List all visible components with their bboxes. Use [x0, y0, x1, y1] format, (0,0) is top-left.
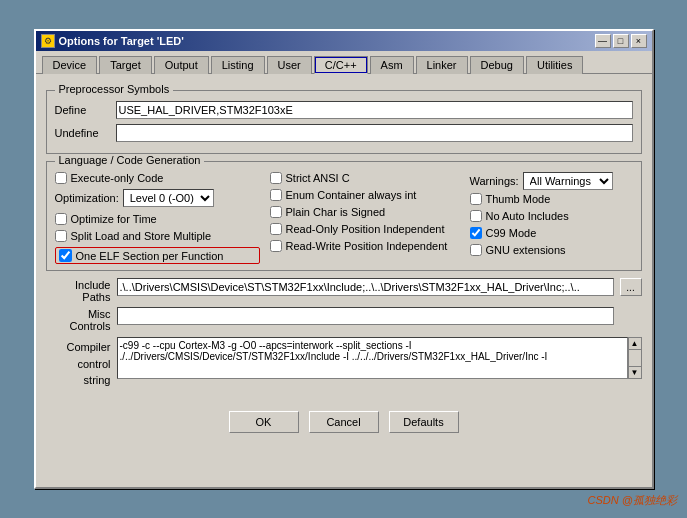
read-only-row: Read-Only Position Independent — [270, 223, 470, 235]
one-elf-label: One ELF Section per Function — [76, 250, 224, 262]
preprocessor-group-label: Preprocessor Symbols — [55, 83, 174, 95]
enum-container-checkbox[interactable] — [270, 189, 282, 201]
watermark: CSDN @孤独绝彩 — [588, 493, 677, 508]
tab-target[interactable]: Target — [99, 56, 152, 74]
read-write-row: Read-Write Position Independent — [270, 240, 470, 252]
title-text: Options for Target 'LED' — [59, 35, 184, 47]
optimization-select[interactable]: Level 0 (-O0) Level 1 (-O1) Level 2 (-O2… — [123, 189, 214, 207]
thumb-mode-checkbox[interactable] — [470, 193, 482, 205]
no-auto-checkbox[interactable] — [470, 210, 482, 222]
c99-checkbox[interactable] — [470, 227, 482, 239]
include-paths-row: IncludePaths ... — [46, 278, 642, 303]
ok-button[interactable]: OK — [229, 411, 299, 433]
c99-label: C99 Mode — [486, 227, 537, 239]
undefine-label: Undefine — [55, 127, 110, 139]
warnings-select[interactable]: All Warnings No Warnings — [523, 172, 613, 190]
optimization-label: Optimization: — [55, 192, 119, 204]
tab-linker[interactable]: Linker — [416, 56, 468, 74]
include-paths-label: IncludePaths — [46, 278, 111, 303]
strict-ansi-checkbox[interactable] — [270, 172, 282, 184]
strict-ansi-row: Strict ANSI C — [270, 172, 470, 184]
read-only-checkbox[interactable] — [270, 223, 282, 235]
plain-char-checkbox[interactable] — [270, 206, 282, 218]
gnu-ext-row: GNU extensions — [470, 244, 645, 256]
tab-debug[interactable]: Debug — [470, 56, 524, 74]
tab-listing[interactable]: Listing — [211, 56, 265, 74]
optimize-time-checkbox[interactable] — [55, 213, 67, 225]
dialog: ⚙ Options for Target 'LED' — □ × Device … — [34, 29, 654, 489]
tabs-row: Device Target Output Listing User C/C++ … — [36, 51, 652, 74]
bottom-buttons: OK Cancel Defaults — [36, 403, 652, 443]
optimize-time-label: Optimize for Time — [71, 213, 157, 225]
minimize-button[interactable]: — — [595, 34, 611, 48]
strict-ansi-label: Strict ANSI C — [286, 172, 350, 184]
cancel-button[interactable]: Cancel — [309, 411, 379, 433]
no-auto-label: No Auto Includes — [486, 210, 569, 222]
tab-device[interactable]: Device — [42, 56, 98, 74]
warnings-row: Warnings: All Warnings No Warnings — [470, 172, 645, 190]
plain-char-label: Plain Char is Signed — [286, 206, 386, 218]
read-write-checkbox[interactable] — [270, 240, 282, 252]
one-elf-checkbox[interactable] — [59, 249, 72, 262]
define-label: Define — [55, 104, 110, 116]
gnu-ext-label: GNU extensions — [486, 244, 566, 256]
compiler-label: Compilercontrolstring — [46, 337, 111, 389]
optimization-row: Optimization: Level 0 (-O0) Level 1 (-O1… — [55, 189, 260, 207]
read-only-label: Read-Only Position Independent — [286, 223, 445, 235]
read-write-label: Read-Write Position Independent — [286, 240, 448, 252]
compiler-scroll-down[interactable]: ▼ — [629, 366, 641, 378]
tab-cpp[interactable]: C/C++ — [314, 56, 368, 74]
tab-output[interactable]: Output — [154, 56, 209, 74]
language-group-label: Language / Code Generation — [55, 154, 205, 166]
tab-utilities[interactable]: Utilities — [526, 56, 583, 74]
defaults-button[interactable]: Defaults — [389, 411, 459, 433]
compiler-scroll-up[interactable]: ▲ — [629, 338, 641, 350]
thumb-mode-row: Thumb Mode — [470, 193, 645, 205]
execute-only-row: Execute-only Code — [55, 172, 260, 184]
split-load-checkbox[interactable] — [55, 230, 67, 242]
split-load-label: Split Load and Store Multiple — [71, 230, 212, 242]
enum-container-row: Enum Container always int — [270, 189, 470, 201]
execute-only-label: Execute-only Code — [71, 172, 164, 184]
misc-controls-row: MiscControls ... — [46, 307, 642, 332]
title-bar: ⚙ Options for Target 'LED' — □ × — [36, 31, 652, 51]
c99-row: C99 Mode — [470, 227, 645, 239]
no-auto-row: No Auto Includes — [470, 210, 645, 222]
compiler-input[interactable]: -c99 -c --cpu Cortex-M3 -g -O0 --apcs=in… — [117, 337, 628, 379]
misc-controls-label: MiscControls — [46, 307, 111, 332]
split-load-row: Split Load and Store Multiple — [55, 230, 260, 242]
plain-char-row: Plain Char is Signed — [270, 206, 470, 218]
misc-controls-input[interactable] — [117, 307, 614, 325]
warnings-label: Warnings: — [470, 175, 519, 187]
tab-asm[interactable]: Asm — [370, 56, 414, 74]
thumb-mode-label: Thumb Mode — [486, 193, 551, 205]
title-icon: ⚙ — [41, 34, 55, 48]
define-input[interactable] — [116, 101, 633, 119]
tab-user[interactable]: User — [267, 56, 312, 74]
optimize-time-row: Optimize for Time — [55, 213, 260, 225]
close-button[interactable]: × — [631, 34, 647, 48]
execute-only-checkbox[interactable] — [55, 172, 67, 184]
enum-container-label: Enum Container always int — [286, 189, 417, 201]
include-paths-input[interactable] — [117, 278, 614, 296]
include-paths-browse-button[interactable]: ... — [620, 278, 642, 296]
one-elf-row: One ELF Section per Function — [55, 247, 260, 264]
content-area: Preprocessor Symbols Define Undefine Lan… — [36, 74, 652, 403]
maximize-button[interactable]: □ — [613, 34, 629, 48]
undefine-input[interactable] — [116, 124, 633, 142]
gnu-ext-checkbox[interactable] — [470, 244, 482, 256]
